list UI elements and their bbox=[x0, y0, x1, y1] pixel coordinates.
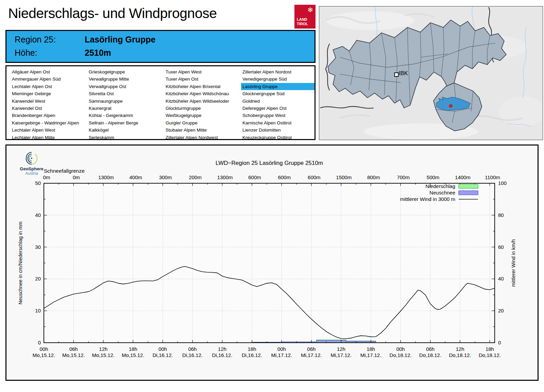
x-tick-time-label: 18h bbox=[367, 346, 375, 352]
region-list-item[interactable]: Ammergauer Alpen Süd bbox=[11, 75, 89, 83]
region-list-item[interactable]: Serleskamm bbox=[87, 134, 166, 141]
x-tick-date-label: Do,18.12. bbox=[419, 352, 441, 358]
legend-label: Neuschnee bbox=[429, 190, 455, 195]
x-tick-date-label: Mo,15.12. bbox=[122, 352, 144, 358]
x-tick-time-label: 12h bbox=[337, 346, 345, 352]
x-tick-time-label: 06h bbox=[426, 346, 435, 352]
region-list-item[interactable]: Kitzbüheler Alpen Wildseeloder bbox=[164, 98, 242, 105]
y-left-tick-label: 30 bbox=[35, 244, 41, 250]
region-list-item[interactable]: Tuxer Alpen Ost bbox=[164, 75, 242, 83]
region-list-item[interactable]: Lienzer Dolomitten bbox=[241, 126, 314, 134]
x-tick-time-label: 18h bbox=[129, 346, 137, 352]
x-tick-date-label: Mi,17.12. bbox=[271, 352, 292, 358]
tirol-map[interactable]: IBK bbox=[319, 6, 543, 140]
snowline-value: 1300m bbox=[217, 174, 233, 180]
region-list-item[interactable]: Allgäuer Alpen Ost bbox=[11, 68, 89, 75]
x-tick-time-label: 18h bbox=[248, 346, 256, 352]
x-tick-date-label: Di,16.12. bbox=[212, 352, 233, 358]
snowline-axis-label: Schneefallgrenze bbox=[44, 168, 85, 174]
region-list-item[interactable]: Lechtaler Alpen West bbox=[11, 126, 89, 134]
region-list-item[interactable]: Lechtaler Alpen Mitte bbox=[11, 134, 89, 141]
region-list-item[interactable]: Kühtai - Geigenkamm bbox=[87, 112, 166, 119]
snowline-value: 600m bbox=[248, 174, 261, 180]
altitude-label: Höhe: bbox=[15, 48, 85, 58]
y-right-tick-label: 20 bbox=[498, 308, 504, 313]
region-list-item[interactable]: Zillertaler Alpen Nordost bbox=[241, 68, 314, 75]
region-list-item[interactable]: Kaunergrat bbox=[87, 105, 166, 112]
y-right-tick-label: 60 bbox=[498, 244, 504, 250]
logo-text-land: LAND bbox=[297, 17, 307, 21]
x-tick-date-label: Do,18.12. bbox=[479, 352, 501, 358]
forecast-chart: LWD−Region 25 Lasörling Gruppe 2510mSchn… bbox=[5, 144, 539, 381]
region-list-item[interactable]: Kitzbüheler Alpen Brixental bbox=[164, 83, 242, 90]
x-tick-date-label: Do,18.12. bbox=[449, 352, 471, 358]
region-list-item[interactable]: Karwendel West bbox=[11, 98, 89, 105]
geosphere-name: GeoSphere bbox=[15, 167, 48, 171]
x-tick-time-label: 00h bbox=[158, 346, 167, 352]
x-tick-date-label: Mo,15.12. bbox=[33, 352, 55, 358]
snowline-value: 1300m bbox=[98, 174, 114, 180]
region-list-item[interactable]: Grieskogelgruppe bbox=[87, 68, 166, 75]
region-list-item[interactable]: Silvretta Ost bbox=[87, 90, 166, 97]
x-tick-date-label: Di,16.12. bbox=[182, 352, 203, 358]
region-list-item[interactable]: Tuxer Alpen West bbox=[164, 68, 242, 75]
x-tick-time-label: 06h bbox=[69, 346, 78, 352]
region-list-item[interactable]: Venedigergruppe Süd bbox=[241, 75, 314, 83]
region-list-column-4: Zillertaler Alpen NordostVenedigergruppe… bbox=[242, 68, 314, 139]
x-tick-time-label: 06h bbox=[307, 346, 316, 352]
region-row: Region 25:Lasörling Gruppe bbox=[15, 35, 155, 45]
region-list-item[interactable]: Verwallgruppe Mitte bbox=[87, 75, 166, 83]
region-list-item[interactable]: Schobergruppe West bbox=[241, 112, 314, 119]
ibk-marker bbox=[395, 73, 398, 76]
region-list-item[interactable]: Verwallgruppe Ost bbox=[87, 83, 166, 90]
snowline-value: 1400m bbox=[455, 174, 471, 180]
altitude-row: Höhe:2510m bbox=[15, 48, 111, 58]
region-list-item[interactable]: Karwendel Ost bbox=[11, 105, 89, 112]
region-list-column-1: Allgäuer Alpen OstAmmergauer Alpen SüdLe… bbox=[12, 68, 89, 139]
x-tick-date-label: Mi,17.12. bbox=[301, 352, 322, 358]
region-list-item[interactable]: Zillertaler Alpen Nordwest bbox=[164, 134, 242, 141]
region-list-item[interactable]: Sellrain - Alpeiner Berge bbox=[87, 119, 166, 126]
region-list-item[interactable]: Samnaungruppe bbox=[87, 98, 166, 105]
page: Niederschlags- und Windprognose ❄ LAND T… bbox=[0, 0, 544, 392]
x-tick-date-label: Mo,15.12. bbox=[62, 352, 85, 358]
x-tick-date-label: Mo,15.12. bbox=[92, 352, 115, 358]
y-left-tick-label: 40 bbox=[35, 212, 41, 218]
region-list-item[interactable]: Kreuzeckgruppe Osttirol bbox=[241, 134, 314, 141]
snowline-value: 600m bbox=[278, 174, 291, 180]
snowline-value: 1500m bbox=[336, 174, 352, 180]
region-list-item[interactable]: Mieminger Gebirge bbox=[11, 90, 89, 97]
region-list-item[interactable]: Gurgler Gruppe bbox=[164, 119, 242, 126]
snowline-value: 1100m bbox=[485, 174, 500, 180]
forecast-chart-svg: LWD−Region 25 Lasörling Gruppe 2510mSchn… bbox=[6, 146, 538, 380]
region-list-column-3: Tuxer Alpen WestTuxer Alpen OstKitzbühel… bbox=[166, 68, 242, 139]
region-list-item[interactable]: Kalkkögel bbox=[87, 126, 166, 134]
x-tick-time-label: 00h bbox=[39, 346, 48, 352]
region-list-item-selected[interactable]: Lasörling Gruppe bbox=[241, 83, 314, 90]
legend-label: Niederschlag bbox=[425, 183, 455, 189]
region-list-item[interactable]: Kaisergebirge - Waidringer Alpen bbox=[11, 119, 89, 126]
location-dot bbox=[449, 104, 453, 108]
region-list-item[interactable]: Stubaier Alpen Mitte bbox=[164, 126, 242, 134]
x-tick-time-label: 12h bbox=[99, 346, 107, 352]
region-list-item[interactable]: Deferegger Alpen Ost bbox=[241, 105, 314, 112]
region-list-item[interactable]: Glockturmgruppe bbox=[164, 105, 242, 112]
y-right-axis-title: mittlerer Wind in km/h bbox=[511, 239, 516, 287]
snowline-value: 400m bbox=[130, 174, 142, 180]
x-tick-time-label: 12h bbox=[456, 346, 464, 352]
legend-swatch-niederschlag bbox=[459, 184, 478, 188]
region-list-item[interactable]: Karnische Alpen Osttirol bbox=[241, 119, 314, 126]
y-left-tick-label: 0 bbox=[38, 340, 41, 345]
region-list-item[interactable]: Weißkugelgruppe bbox=[164, 112, 242, 119]
region-list-item[interactable]: Goldried bbox=[241, 98, 314, 105]
land-tirol-logo: ❄ LAND TIROL bbox=[294, 5, 316, 29]
region-list-item[interactable]: Brandenberger Alpen bbox=[11, 112, 89, 119]
y-right-tick-label: 80 bbox=[498, 212, 504, 218]
snowflake-icon: ❄ bbox=[307, 6, 313, 14]
region-list-item[interactable]: Lechtaler Alpen Ost bbox=[11, 83, 89, 90]
y-right-tick-label: 0 bbox=[498, 340, 501, 345]
region-list-item[interactable]: Glocknergruppe Süd bbox=[241, 90, 314, 97]
region-list-item[interactable]: Kitzbüheler Alpen Wildschönau bbox=[164, 90, 242, 97]
legend-swatch-neuschnee bbox=[459, 191, 478, 195]
snowline-value: 600m bbox=[308, 174, 321, 180]
